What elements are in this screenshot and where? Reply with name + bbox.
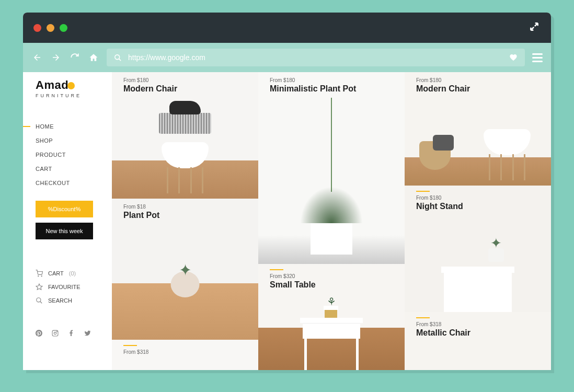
util-search[interactable]: SEARCH	[36, 297, 104, 304]
maximize-button[interactable]	[60, 24, 67, 32]
product-image	[484, 129, 531, 180]
active-nav-marker	[23, 126, 30, 127]
reload-button[interactable]	[69, 52, 81, 63]
fullscreen-icon[interactable]	[529, 21, 539, 34]
product-price: From $18	[123, 204, 250, 210]
product-title: Metallic Chair	[416, 328, 543, 338]
util-favourite[interactable]: FAVOURITE	[36, 283, 104, 291]
svg-point-6	[54, 332, 56, 334]
instagram-icon[interactable]	[52, 329, 59, 339]
product-image	[159, 113, 211, 134]
product-card[interactable]: From $180 Modern Chair	[112, 72, 258, 199]
product-card[interactable]: From $318 Metallic Chair	[405, 312, 551, 370]
product-price: From $318	[123, 349, 250, 355]
product-card[interactable]: From $320 Small Table ⚘	[258, 264, 405, 370]
menu-button[interactable]	[532, 53, 543, 62]
grid-column-2: From $180 Minimalistic Plant Pot From $3…	[258, 72, 405, 370]
new-this-week-button[interactable]: New this week	[36, 223, 93, 239]
product-card[interactable]: From $180 Minimalistic Plant Pot	[258, 72, 405, 264]
product-card[interactable]: From $318	[112, 340, 258, 370]
product-image: ✦	[171, 271, 200, 297]
card-accent	[416, 317, 430, 318]
star-icon	[36, 283, 43, 291]
main-nav: HOME SHOP PRODUCT CART CHECKOUT	[36, 123, 104, 186]
product-title: Modern Chair	[123, 84, 250, 94]
product-image	[300, 98, 363, 255]
svg-point-2	[41, 276, 42, 276]
product-card[interactable]: From $180 Modern Chair	[405, 72, 551, 186]
nav-item-home[interactable]: HOME	[36, 123, 104, 130]
card-accent	[416, 191, 430, 192]
product-title: Modern Chair	[416, 84, 543, 94]
brand-name: Amad	[36, 78, 68, 91]
util-cart[interactable]: CART (0)	[36, 270, 104, 277]
util-favourite-label: FAVOURITE	[48, 284, 81, 290]
grid-column-1: From $180 Modern Chair From $18 Plant Po…	[112, 72, 258, 370]
discount-button[interactable]: %Discount%	[36, 201, 93, 217]
forward-button[interactable]	[50, 52, 62, 63]
product-title: Night Stand	[416, 202, 543, 211]
favorite-icon[interactable]	[509, 53, 518, 62]
sidebar: Amad FURNITURE HOME SHOP PRODUCT CART CH…	[23, 72, 112, 370]
product-image: ✦	[441, 267, 514, 312]
product-title: Plant Pot	[123, 211, 250, 220]
url-bar[interactable]: https://www.google.com	[107, 49, 525, 66]
svg-point-0	[115, 54, 120, 59]
home-button[interactable]	[88, 52, 99, 63]
back-button[interactable]	[31, 52, 43, 63]
product-image	[300, 318, 363, 370]
grid-column-3: From $180 Modern Chair From $180	[405, 72, 551, 370]
util-cart-label: CART	[48, 270, 64, 276]
utility-nav: CART (0) FAVOURITE SEARCH	[36, 270, 104, 304]
product-image: ⚘	[325, 295, 338, 320]
svg-marker-3	[36, 284, 42, 290]
url-text: https://www.google.com	[128, 53, 503, 62]
page-content: Amad FURNITURE HOME SHOP PRODUCT CART CH…	[23, 72, 551, 370]
nav-item-shop[interactable]: SHOP	[36, 137, 104, 144]
card-accent	[123, 345, 137, 346]
product-price: From $180	[416, 77, 543, 83]
brand-subtitle: FURNITURE	[36, 93, 104, 98]
close-button[interactable]	[33, 24, 41, 32]
svg-point-4	[37, 298, 41, 302]
svg-point-7	[56, 331, 57, 332]
window-controls	[33, 24, 67, 32]
product-grid: From $180 Modern Chair From $18 Plant Po…	[112, 72, 551, 370]
product-price: From $320	[270, 273, 396, 279]
product-card[interactable]: From $180 Night Stand ✦	[405, 186, 551, 312]
nav-item-cart[interactable]: CART	[36, 166, 104, 172]
product-price: From $180	[416, 195, 543, 201]
product-price: From $180	[270, 77, 396, 83]
facebook-icon[interactable]	[68, 329, 75, 339]
product-card[interactable]: From $18 Plant Pot ✦	[112, 199, 258, 340]
twitter-icon[interactable]	[84, 329, 91, 339]
pinterest-icon[interactable]	[36, 329, 42, 339]
product-price: From $318	[416, 321, 543, 327]
social-links	[36, 329, 104, 339]
card-accent	[270, 269, 283, 270]
search-icon	[114, 54, 122, 62]
cart-icon	[36, 270, 43, 277]
svg-point-1	[38, 276, 39, 276]
util-search-label: SEARCH	[48, 297, 72, 304]
browser-toolbar: https://www.google.com	[23, 43, 551, 72]
util-cart-count: (0)	[69, 270, 76, 276]
product-title: Small Table	[270, 280, 396, 290]
minimize-button[interactable]	[47, 24, 54, 32]
search-icon	[36, 297, 43, 304]
product-image	[169, 101, 201, 114]
product-price: From $180	[123, 77, 250, 83]
brand-logo[interactable]: Amad FURNITURE	[36, 78, 104, 98]
browser-window: https://www.google.com Amad FURNITURE HO…	[23, 13, 551, 370]
nav-item-checkout[interactable]: CHECKOUT	[36, 180, 104, 186]
brand-dot-icon	[67, 82, 75, 89]
product-image	[419, 141, 451, 170]
product-title: Minimalistic Plant Pot	[270, 84, 396, 94]
window-title-bar	[23, 13, 551, 43]
product-image	[162, 142, 209, 193]
nav-item-product[interactable]: PRODUCT	[36, 152, 104, 158]
